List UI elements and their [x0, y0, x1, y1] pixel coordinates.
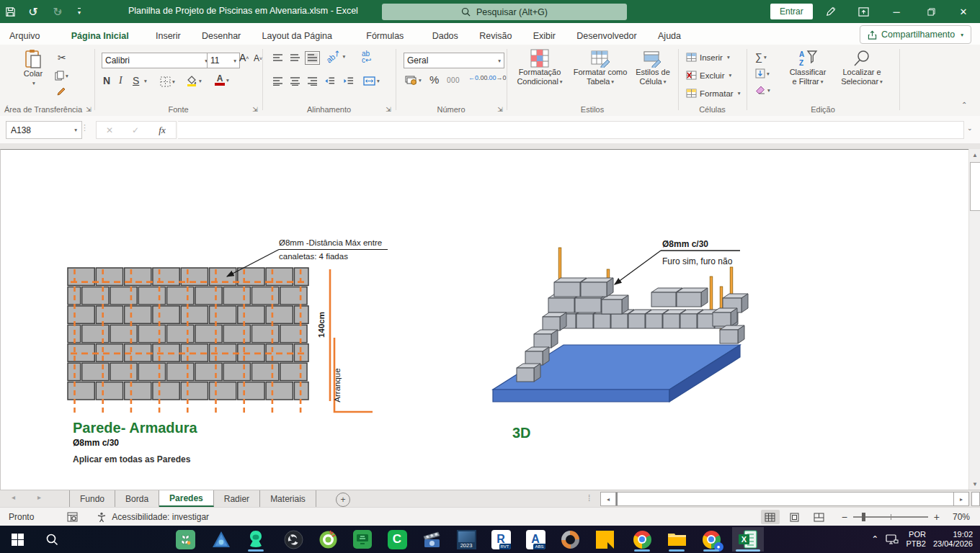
tray-clock[interactable]: 19:0223/04/2026 [933, 530, 973, 549]
insert-cells-button[interactable]: Inserir▾ [686, 53, 730, 62]
taskbar-icon-obs-studio[interactable] [277, 527, 309, 552]
decrease-decimal-button[interactable]: .00→0 [487, 75, 507, 81]
vertical-scroll-thumb[interactable] [970, 162, 980, 211]
taskbar-icon-sticky-notes[interactable] [589, 527, 620, 552]
delete-cells-button[interactable]: Excluir▾ [686, 71, 731, 80]
scroll-up-icon[interactable]: ▲ [969, 149, 980, 161]
hscroll-right-icon[interactable]: ▸ [953, 492, 969, 506]
zoom-level[interactable]: 70% [945, 512, 970, 522]
network-icon[interactable] [886, 534, 899, 545]
align-center-icon[interactable] [290, 76, 300, 86]
confirm-entry-icon[interactable]: ✓ [122, 125, 148, 135]
view-page-break-icon[interactable] [810, 510, 829, 524]
taskbar-search-button[interactable] [36, 527, 68, 552]
taskbar-icon-autodesk-abs[interactable]: A ABS [520, 527, 551, 552]
cell-styles-button[interactable]: Estilos de Célula▾ [630, 49, 676, 86]
ribbon-display-options-icon[interactable] [853, 0, 873, 23]
font-name-select[interactable]: Calibri▾ [102, 53, 211, 68]
clipboard-dialog-launcher-icon[interactable]: ⇲ [84, 105, 93, 114]
redo-button[interactable]: ↻▾ [45, 0, 69, 23]
save-icon[interactable] [0, 0, 20, 23]
tabstrip-splitter[interactable]: ⁞ [588, 493, 589, 503]
sheet-nav-right-icon[interactable]: ▸ [37, 493, 41, 501]
start-button[interactable] [1, 527, 33, 552]
increase-decimal-button[interactable]: ←0.00 [468, 75, 488, 81]
sheet-tab-borda[interactable]: Borda [115, 490, 159, 507]
share-button[interactable]: Compartilhamento ▾ [860, 25, 971, 44]
horizontal-scroll-track[interactable] [616, 492, 953, 506]
horizontal-scrollbar[interactable]: ◂ ▸ [600, 492, 969, 505]
minimize-button[interactable]: ─ [880, 0, 913, 23]
align-right-icon[interactable] [307, 76, 318, 86]
increase-indent-icon[interactable] [343, 76, 354, 86]
hscroll-left-icon[interactable]: ◂ [600, 492, 616, 506]
view-normal-icon[interactable] [761, 510, 780, 524]
cancel-entry-icon[interactable]: ✕ [97, 125, 122, 135]
tab-ajuda[interactable]: Ajuda [649, 25, 690, 47]
align-middle-icon[interactable] [290, 53, 300, 63]
decrease-font-size-button[interactable]: A˅ [254, 53, 262, 63]
borders-button[interactable]: ▾ [160, 76, 175, 87]
sheet-tab-fundo[interactable]: Fundo [69, 490, 115, 507]
insert-function-icon[interactable]: fx [148, 125, 176, 136]
fill-color-button[interactable]: ▾ [186, 75, 202, 86]
underline-button[interactable]: S [133, 75, 139, 86]
taskbar-icon-orange-ring[interactable] [554, 527, 586, 552]
sheet-tab-paredes[interactable]: Paredes [159, 490, 214, 507]
comma-style-button[interactable]: 000 [447, 76, 460, 84]
tab-desenvolvedor[interactable]: Desenvolvedor [567, 25, 646, 47]
taskbar-icon-file-explorer[interactable] [661, 527, 692, 552]
sheet-tab-materiais[interactable]: Materiais [260, 490, 316, 507]
zoom-out-icon[interactable]: − [842, 511, 847, 523]
sheet-nav-left-icon[interactable]: ◂ [12, 493, 15, 501]
format-as-table-button[interactable]: Formatar como Tabela▾ [571, 49, 630, 86]
undo-button[interactable]: ↺▾ [20, 0, 45, 23]
merge-center-button[interactable]: ▾ [363, 76, 380, 86]
taskbar-icon-chrome[interactable] [626, 527, 658, 552]
sheet-canvas[interactable]: Ø8mm -Distância Máx entre canaletas: 4 f… [0, 149, 969, 490]
accessibility-icon[interactable] [97, 512, 107, 522]
format-painter-button[interactable] [56, 86, 66, 96]
tab-formulas[interactable]: Fórmulas [357, 25, 413, 47]
tab-exibir[interactable]: Exibir [524, 25, 565, 47]
tab-inserir[interactable]: Inserir [146, 25, 190, 47]
customize-quick-access-icon[interactable]: ▾ [69, 0, 89, 23]
taskbar-icon-teal-app[interactable] [240, 527, 272, 552]
bold-button[interactable]: N [103, 75, 110, 86]
find-select-button[interactable]: Localizar e Selecionar▾ [834, 49, 889, 86]
new-sheet-button[interactable]: + [336, 493, 350, 507]
zoom-slider[interactable] [853, 512, 928, 522]
tab-arquivo[interactable]: Arquivo [0, 25, 49, 47]
namebox-splitter[interactable]: ⋮ [81, 123, 89, 132]
ink-pen-icon[interactable] [820, 0, 840, 23]
autosum-button[interactable]: ∑▾ [755, 51, 767, 63]
tray-language[interactable]: PORPTB2 [906, 530, 926, 549]
taskbar-icon-green-monitor[interactable] [347, 527, 378, 552]
sign-in-button[interactable]: Entrar [770, 4, 813, 19]
decrease-indent-icon[interactable] [324, 76, 335, 86]
formula-input[interactable] [178, 121, 964, 139]
orientation-button[interactable]: ab↗▾ [326, 52, 345, 61]
sheet-tab-radier[interactable]: Radier [214, 490, 260, 507]
view-page-layout-icon[interactable] [785, 510, 804, 524]
vertical-scrollbar[interactable]: ▲ ▼ [968, 149, 980, 490]
name-box[interactable]: A138 ▾ [6, 121, 82, 139]
search-input[interactable]: Pesquisar (Alt+G) [382, 4, 627, 20]
cut-button[interactable]: ✂ [58, 52, 66, 63]
font-color-button[interactable]: A▾ [215, 75, 229, 86]
paste-button[interactable]: Colar ▾ [14, 49, 52, 88]
accounting-format-button[interactable]: ▾ [405, 75, 422, 85]
taskbar-icon-revit[interactable]: R RVT [485, 527, 517, 552]
align-bottom-icon[interactable] [307, 53, 318, 63]
format-cells-button[interactable]: Formatar▾ [686, 89, 740, 98]
sort-filter-button[interactable]: AZ Classificar e Filtrar▾ [783, 49, 833, 86]
taskbar-icon-chrome-profile[interactable]: ● [695, 527, 727, 552]
wrap-text-button[interactable]: abc↩ [362, 50, 371, 63]
taskbar-icon-green-capture[interactable] [312, 527, 344, 552]
percent-style-button[interactable]: % [429, 73, 439, 86]
close-button[interactable]: ✕ [947, 0, 980, 23]
zoom-slider-thumb[interactable] [862, 513, 865, 521]
fill-button[interactable]: ▾ [755, 68, 770, 78]
number-format-select[interactable]: Geral▾ [404, 53, 504, 68]
collapse-ribbon-icon[interactable]: ⌃ [961, 101, 967, 109]
